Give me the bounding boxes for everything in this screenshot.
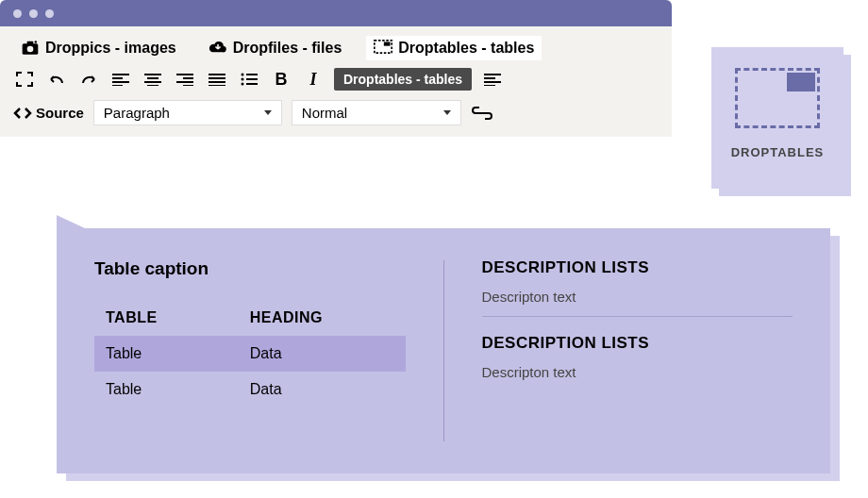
table-preview: Table caption TABLE HEADING Table Data T…	[57, 228, 443, 473]
dropdown-value: Normal	[302, 105, 347, 121]
table-cell: Table	[106, 381, 250, 398]
icon-fill	[787, 73, 815, 91]
window-dot	[13, 9, 22, 18]
svg-point-24	[242, 78, 244, 81]
table-caption: Table caption	[94, 258, 406, 279]
table-header-cell: TABLE	[106, 309, 250, 326]
fullscreen-button[interactable]	[13, 69, 36, 90]
style-dropdown[interactable]: Normal	[292, 100, 461, 125]
align-left-button[interactable]	[109, 69, 132, 90]
italic-button[interactable]: I	[302, 69, 325, 90]
link-button[interactable]	[471, 103, 493, 124]
dl-text: Descripton text	[482, 364, 793, 380]
svg-rect-2	[27, 42, 34, 44]
svg-point-1	[27, 46, 34, 53]
redo-button[interactable]	[77, 69, 100, 90]
table-row[interactable]: Table Data	[94, 372, 406, 407]
droptables-tooltip: Droptables - tables	[334, 68, 472, 91]
tab-droptables[interactable]: Droptables - tables	[366, 36, 542, 60]
cloud-icon	[209, 40, 227, 57]
table-select-icon	[735, 68, 820, 128]
horizontal-divider	[482, 316, 793, 317]
editor-window: Droppics - images Dropfiles - files Drop…	[0, 0, 672, 137]
toolbar: B I Droptables - tables	[0, 66, 672, 96]
table-cell: Data	[250, 345, 394, 362]
camera-icon	[21, 40, 40, 57]
dl-title: DESCRIPTION LISTS	[482, 334, 793, 353]
sidecard-label: DROPTABLES	[711, 145, 843, 159]
bold-button[interactable]: B	[270, 69, 292, 90]
paragraph-align-button[interactable]	[481, 69, 504, 90]
description-lists-preview: DESCRIPTION LISTS Descripton text DESCRI…	[444, 228, 831, 473]
tab-dropfiles[interactable]: Dropfiles - files	[201, 36, 350, 60]
table-cell: Data	[250, 381, 394, 398]
svg-point-22	[242, 74, 244, 76]
table-row[interactable]: Table Data	[94, 336, 406, 372]
window-dot	[29, 9, 38, 18]
content-preview: Table caption TABLE HEADING Table Data T…	[57, 228, 830, 473]
source-label: Source	[36, 105, 84, 121]
dl-title: DESCRIPTION LISTS	[482, 258, 793, 277]
format-dropdown[interactable]: Paragraph	[93, 100, 282, 125]
source-button[interactable]: Source	[13, 105, 84, 121]
titlebar	[0, 0, 672, 26]
toolbar-row-2: Source Paragraph Normal	[0, 96, 672, 137]
tab-label: Droppics - images	[45, 40, 176, 57]
align-center-button[interactable]	[142, 69, 164, 90]
plugin-tabs: Droppics - images Dropfiles - files Drop…	[0, 26, 672, 66]
align-justify-button[interactable]	[206, 69, 228, 90]
chevron-down-icon	[443, 110, 451, 115]
chevron-down-icon	[264, 110, 272, 115]
dropdown-value: Paragraph	[104, 105, 170, 121]
table-header-row: TABLE HEADING	[94, 300, 406, 336]
dl-text: Descripton text	[482, 289, 793, 305]
tab-droppics[interactable]: Droppics - images	[13, 36, 184, 60]
window-dot	[45, 9, 54, 18]
table-cell: Table	[106, 345, 250, 362]
undo-button[interactable]	[45, 69, 68, 90]
table-select-icon	[374, 40, 392, 57]
svg-point-26	[242, 83, 244, 86]
align-right-button[interactable]	[174, 69, 196, 90]
tab-label: Dropfiles - files	[233, 40, 342, 57]
droptables-card[interactable]: DROPTABLES	[711, 47, 843, 189]
sample-table: TABLE HEADING Table Data Table Data	[94, 300, 406, 407]
svg-point-3	[35, 41, 37, 42]
tab-label: Droptables - tables	[398, 40, 534, 57]
table-header-cell: HEADING	[250, 309, 394, 326]
svg-rect-5	[384, 42, 391, 46]
list-button[interactable]	[238, 69, 260, 90]
